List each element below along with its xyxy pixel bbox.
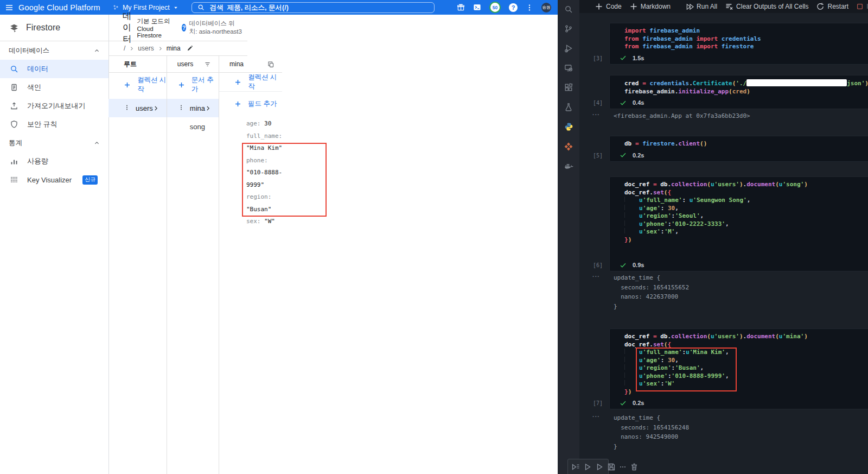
sidebar-item-index[interactable]: 색인 [0,78,108,97]
activity-shapes-icon[interactable] [564,142,573,151]
field-key: sex: [246,218,264,225]
nav-section-header[interactable]: 통계 [0,134,108,152]
cell-code[interactable]: db = firestore.client() [610,136,868,149]
document-row[interactable]: song [167,117,219,136]
collapse-caret-icon[interactable] [94,140,100,146]
field-row[interactable]: region: "Busan" [246,191,282,216]
activity-remote-icon[interactable] [564,64,573,72]
field-row[interactable]: phone: "010-8888-9999" [246,155,282,192]
cellbar-play-icon[interactable] [595,463,604,471]
search-icon [197,4,205,11]
sidebar-item-keyviz[interactable]: Key Visualizer신규 [0,170,108,189]
project-icon [112,4,119,11]
plus-icon [234,100,241,108]
execution-time: 1.5s [633,55,644,61]
help-circle-icon[interactable]: ? [182,24,186,31]
gift-icon[interactable] [457,3,465,11]
output-collapse-icon[interactable]: ··· [592,111,600,118]
output-collapse-icon[interactable]: ··· [592,413,600,420]
notebook-cell[interactable]: import firebase_adminfrom firebase_admin… [609,23,868,65]
code-button[interactable]: Code [595,2,622,11]
sidebar-item-import-export[interactable]: 가져오기/내보내기 [0,97,108,115]
code-line: firebase_admin.initialize_app(cred) [624,88,868,96]
markdown-button[interactable]: Markdown [629,2,671,11]
breadcrumb-root[interactable]: / [124,45,125,52]
cell-status: 0.4s [610,97,868,109]
cellbar-play-icon[interactable] [583,463,592,471]
cell-code[interactable]: doc_ref = db.collection(u'users').docume… [610,177,868,245]
code-line: u'sex':'W' [624,380,868,388]
cell-code[interactable]: doc_ref = db.collection(u'users').docume… [610,329,868,397]
cellbar-ellipsis-icon[interactable] [619,463,627,471]
add-field-button[interactable]: 필드 추가 [219,95,282,112]
sidebar-item-usage[interactable]: 사용량 [0,152,108,170]
plus-icon [124,81,131,89]
help-icon[interactable]: ? [509,3,518,12]
execution-count: [5] [593,153,603,159]
field-row[interactable]: sex: "W" [246,216,282,228]
activity-testing-icon[interactable] [564,103,573,111]
sidebar-item-data[interactable]: 데이터 [0,60,108,78]
interrupt-button[interactable]: Interrupt [856,3,868,10]
sidebar-item-label: 보안 규칙 [27,119,58,129]
document-row[interactable]: mina [167,99,219,117]
cellbar-trash-icon[interactable] [630,463,639,471]
project-selector[interactable]: My First Project [112,4,178,11]
search-input[interactable] [209,3,429,12]
cell-output: ···update_time { seconds: 1654156248 nan… [609,413,868,451]
activity-run-debug-icon[interactable] [564,44,573,53]
field-key: phone: [246,157,268,164]
gcp-brand[interactable]: Google Cloud Platform [18,3,100,12]
run-all-button[interactable]: Run All [686,3,717,11]
activity-extensions-icon[interactable] [564,83,573,92]
filter-icon[interactable] [204,61,211,68]
cloud-shell-icon[interactable] [473,3,481,11]
sidebar-item-rules[interactable]: 보안 규칙 [0,115,108,134]
breadcrumb-users[interactable]: users [138,45,154,52]
breadcrumb-mina[interactable]: mina [167,45,181,52]
add-document-button[interactable]: 문서 추가 [167,76,219,93]
project-name: My First Project [123,4,170,11]
gcp-search[interactable] [192,2,435,13]
cell-code[interactable]: cred = credentials.Certificate('./json')… [610,75,868,97]
copy-icon[interactable] [267,61,275,68]
clear-outputs-of-all-cells-button[interactable]: Clear Outputs of All Cells [725,2,808,11]
code-line: u'full_name':u'Mina Kim', [624,349,868,357]
hamburger-menu-icon[interactable] [0,3,18,12]
redaction-box [746,79,847,86]
cellbar-save-icon[interactable] [607,463,616,471]
gcp-console: Google Cloud Platform My First Project 5… [0,0,558,474]
more-vert-icon[interactable] [526,4,533,11]
notebook-cell[interactable]: doc_ref = db.collection(u'users').docume… [609,328,868,409]
collapse-caret-icon[interactable] [94,48,100,54]
code-line: u'region':'Busan', [624,364,868,372]
activity-source-control-icon[interactable] [564,24,573,33]
avatar[interactable]: 승원 [541,3,551,12]
start-collection-button[interactable]: 컬렉션 시작 [108,76,167,93]
notebook-cell[interactable]: db = firestore.client()0.2s[5] [609,136,868,162]
field-row[interactable]: age: 30 [246,118,282,130]
activity-search-icon[interactable] [564,5,573,14]
collection-row[interactable]: users [108,99,167,117]
restart-button[interactable]: Restart [816,2,848,11]
execution-count: [3] [593,55,603,61]
document-row-label: song [190,123,205,131]
run-all-icon [686,3,694,11]
execution-time: 0.2s [633,400,644,406]
firestore-mode-text: 기본 모드의 Cloud Firestore [137,17,179,39]
code-line: u'phone':'010-8888-9999', [624,372,868,381]
field-row[interactable]: full_name: "Mina Kim" [246,130,282,155]
pencil-icon[interactable] [187,45,193,52]
activity-docker-icon[interactable] [564,162,573,171]
kebab-menu-icon[interactable] [178,104,190,113]
notebook-cell[interactable]: doc_ref = db.collection(u'users').docume… [609,176,868,271]
start-collection-button[interactable]: 컬렉션 시작 [219,73,282,92]
activity-python-icon[interactable] [564,122,573,131]
notebook-cell[interactable]: cred = credentials.Certificate('./json')… [609,75,868,109]
credits-badge[interactable]: 50 [489,2,501,13]
cell-code[interactable]: import firebase_adminfrom firebase_admin… [610,23,868,52]
cellbar-exec-above-icon[interactable] [571,463,580,471]
kebab-menu-icon[interactable] [124,104,136,113]
output-collapse-icon[interactable]: ··· [592,273,600,280]
nav-section-header[interactable]: 데이터베이스 [0,41,108,60]
